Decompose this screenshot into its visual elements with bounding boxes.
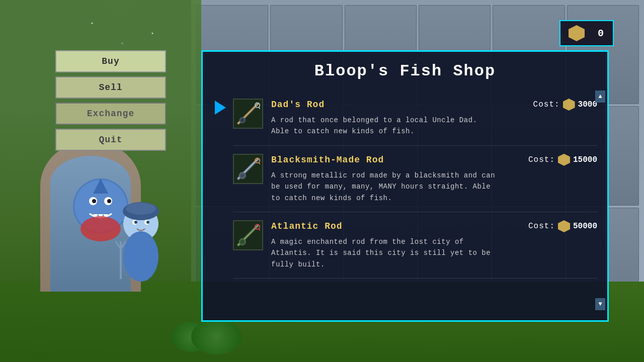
- svg-point-17: [146, 221, 149, 224]
- currency-amount: 0: [590, 28, 605, 39]
- scroll-down-button[interactable]: ▼: [595, 298, 605, 310]
- buy-button[interactable]: Buy: [55, 50, 166, 72]
- cost-label-1: Cost:: [528, 155, 555, 164]
- svg-point-18: [123, 231, 158, 282]
- cost-coin-icon-2: [558, 220, 570, 232]
- item-name-atlantic-rod: Atlantic Rod: [271, 221, 343, 231]
- characters-area: [30, 141, 221, 322]
- svg-point-45: [241, 240, 244, 243]
- exchange-button[interactable]: Exchange: [55, 103, 166, 125]
- item-icon-atlantic-rod: [233, 220, 263, 250]
- item-icon-blacksmith-rod: [233, 154, 263, 184]
- cost-label-0: Cost:: [533, 100, 560, 109]
- sparkle-2: ✧: [121, 40, 124, 46]
- item-header-dads-rod: Dad's Rod Cost: 3000: [271, 99, 597, 111]
- item-desc-dads-rod: A rod that once belonged to a local Uncl…: [271, 115, 597, 137]
- svg-point-3: [92, 199, 96, 203]
- selection-arrow: [215, 101, 226, 115]
- item-header-atlantic-rod: Atlantic Rod Cost: 50000: [271, 220, 597, 232]
- item-header-blacksmith-rod: Blacksmith-Made Rod Cost: 15000: [271, 154, 597, 166]
- svg-point-29: [241, 119, 244, 122]
- item-content-dads-rod: Dad's Rod Cost: 3000 A rod that once bel…: [271, 99, 597, 137]
- cost-amount-2: 50000: [573, 222, 597, 231]
- currency-icon: [569, 25, 585, 41]
- item-cost-blacksmith-rod: Cost: 15000: [528, 154, 597, 166]
- shop-title: Bloop's Fish Shop: [203, 52, 607, 90]
- blue-girl-character: [111, 201, 171, 282]
- item-cost-dads-rod: Cost: 3000: [533, 99, 597, 111]
- scroll-up-button[interactable]: ▲: [595, 90, 605, 103]
- cost-amount-0: 3000: [578, 100, 597, 109]
- svg-point-37: [241, 174, 244, 177]
- cost-coin-icon-1: [558, 154, 570, 166]
- item-desc-atlantic-rod: A magic enchanted rod from the lost city…: [271, 236, 597, 270]
- left-menu: Buy Sell Exchange Quit: [55, 50, 166, 151]
- shop-item-atlantic-rod[interactable]: Atlantic Rod Cost: 50000 A magic enchant…: [233, 212, 597, 279]
- cost-coin-icon-0: [563, 99, 575, 111]
- shop-dialog: Bloop's Fish Shop: [201, 50, 609, 322]
- item-name-dads-rod: Dad's Rod: [271, 100, 325, 110]
- currency-display: 0: [559, 20, 614, 46]
- cost-label-2: Cost:: [528, 222, 555, 231]
- sparkle-1: ✦: [91, 20, 94, 26]
- sell-button[interactable]: Sell: [55, 76, 166, 99]
- item-desc-blacksmith-rod: A strong metallic rod made by a blacksmi…: [271, 170, 597, 204]
- item-name-blacksmith-rod: Blacksmith-Made Rod: [271, 155, 384, 165]
- item-content-blacksmith-rod: Blacksmith-Made Rod Cost: 15000 A strong…: [271, 154, 597, 204]
- quit-button[interactable]: Quit: [55, 129, 166, 151]
- item-content-atlantic-rod: Atlantic Rod Cost: 50000 A magic enchant…: [271, 220, 597, 270]
- svg-point-15: [134, 221, 137, 224]
- shop-item-dads-rod[interactable]: Dad's Rod Cost: 3000 A rod that once bel…: [233, 90, 597, 146]
- cost-amount-1: 15000: [573, 155, 597, 164]
- bush-2: [191, 319, 242, 354]
- item-icon-dads-rod: [233, 99, 263, 129]
- svg-point-13: [126, 203, 156, 215]
- shop-items-container[interactable]: Dad's Rod Cost: 3000 A rod that once bel…: [203, 90, 607, 289]
- sparkle-3: ✦: [151, 30, 154, 36]
- item-cost-atlantic-rod: Cost: 50000: [528, 220, 597, 232]
- shop-item-blacksmith-rod[interactable]: Blacksmith-Made Rod Cost: 15000 A strong…: [233, 146, 597, 212]
